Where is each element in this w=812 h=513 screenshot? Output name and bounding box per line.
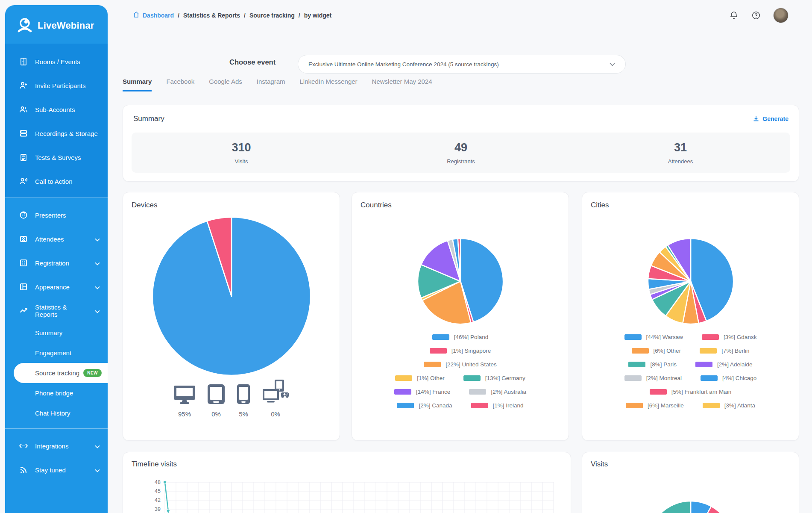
devices-card-title: Devices (132, 201, 157, 209)
legend-item-atlanta[interactable]: [3%] Atlanta (703, 402, 755, 409)
legend-item-gdansk[interactable]: [3%] Gdansk (702, 334, 756, 340)
sidebar-item-attendees[interactable]: Attendees (5, 227, 108, 251)
sidebar-item-label: Appearance (35, 283, 70, 291)
event-select[interactable]: Exclusive Ultimate Online Marketing Conf… (298, 55, 626, 74)
stat-value: 310 (132, 141, 351, 154)
legend-item-poland[interactable]: [46%] Poland (432, 334, 488, 340)
svg-text:48: 48 (155, 479, 161, 485)
legend-swatch (650, 389, 667, 395)
sidebar-item-label: Rooms / Events (35, 58, 80, 65)
summary-card: Summary Generate 310 Visits 49 Registran… (123, 105, 799, 182)
sidebar-item-label: Integrations (35, 442, 68, 450)
legend-item-frankfurt[interactable]: [5%] Frankfurt am Main (650, 389, 731, 395)
sidebar-item-sub-accounts[interactable]: Sub-Accounts (5, 97, 108, 121)
legend-swatch (702, 334, 719, 340)
bell-icon[interactable] (729, 10, 739, 21)
legend-item-paris[interactable]: [8%] Paris (628, 361, 677, 368)
legend-item-australia[interactable]: [2%] Australia (469, 389, 526, 395)
visits-pie-chart[interactable] (648, 501, 733, 513)
sidebar-item-appearance[interactable]: Appearance (5, 275, 108, 299)
legend-swatch (397, 403, 414, 408)
badge-icon (19, 234, 28, 244)
legend-item-berlin[interactable]: [7%] Berlin (700, 348, 749, 354)
tab-facebook[interactable]: Facebook (166, 78, 194, 91)
legend-item-chicago[interactable]: [4%] Chicago (701, 375, 756, 381)
legend-item-france[interactable]: [14%] France (394, 389, 450, 395)
legend-swatch (632, 348, 649, 354)
countries-legend: [46%] Poland [1%] Singapore [22%] United… (352, 330, 569, 412)
sidebar-item-label: Tests & Surveys (35, 154, 81, 161)
tab-newsletter-may-2024[interactable]: Newsletter May 2024 (372, 78, 432, 91)
devices-pie-chart[interactable] (152, 217, 311, 377)
app-logo[interactable]: LiveWebinar (5, 5, 108, 34)
legend-item-germany[interactable]: [13%] Germany (463, 375, 525, 381)
sidebar-subitem-phone-bridge[interactable]: Phone bridge (5, 383, 108, 403)
sidebar-item-tests-surveys[interactable]: Tests & Surveys (5, 145, 108, 169)
sidebar-item-invite-participants[interactable]: Invite Participants (5, 74, 108, 97)
legend-item-adelaide[interactable]: [2%] Adelaide (695, 361, 753, 368)
timeline-line-chart[interactable]: 4845423936 (132, 476, 563, 513)
face-icon (19, 210, 28, 220)
sidebar-item-presenters[interactable]: Presenters (5, 203, 108, 227)
legend-item-canada[interactable]: [2%] Canada (397, 402, 452, 409)
legend-swatch (471, 403, 488, 408)
sidebar-item-label: Sub-Accounts (35, 106, 75, 113)
device-phone: 5% (237, 384, 250, 418)
sidebar-item-label: Statistics & Reports (35, 304, 88, 318)
legend-swatch (701, 375, 718, 381)
stat-value: 49 (351, 141, 571, 154)
legend-item-other[interactable]: [1%] Other (395, 375, 445, 381)
device-pct: 0% (211, 410, 221, 418)
sidebar-item-stay-tuned[interactable]: Stay tuned (5, 458, 108, 482)
sidebar-item-recordings-storage[interactable]: Recordings & Storage (5, 121, 108, 145)
sidebar-subitem-source-tracking[interactable]: Source tracking NEW (14, 363, 108, 383)
legend-item-marseille[interactable]: [6%] Marseille (626, 402, 684, 409)
summary-stats-bar: 310 Visits 49 Registrants 31 Attendees (132, 133, 790, 173)
generate-button[interactable]: Generate (753, 115, 789, 123)
sidebar-group-bottom: Integrations Stay tuned (5, 429, 108, 487)
legend-item-warsaw[interactable]: [44%] Warsaw (624, 334, 683, 340)
tab-linkedin-messenger[interactable]: LinkedIn Messenger (300, 78, 358, 91)
avatar[interactable] (773, 8, 789, 23)
tab-summary[interactable]: Summary (123, 78, 152, 91)
tab-instagram[interactable]: Instagram (257, 78, 285, 91)
announce-icon (19, 177, 28, 186)
other-devices-icon (262, 380, 289, 406)
breadcrumb-statistics-reports[interactable]: Statistics & Reports (183, 12, 240, 19)
stat-label: Visits (132, 158, 351, 165)
sidebar-item-statistics-reports[interactable]: Statistics & Reports (5, 299, 108, 323)
chevron-down-icon (95, 236, 100, 243)
tablet-icon (207, 384, 225, 406)
legend-swatch (695, 362, 712, 367)
countries-pie-chart[interactable] (418, 239, 503, 326)
breadcrumb-dashboard[interactable]: Dashboard (133, 11, 174, 19)
sidebar-item-label: Presenters (35, 212, 66, 219)
legend-item-montreal[interactable]: [2%] Montreal (624, 375, 682, 381)
legend-swatch (624, 334, 642, 340)
sidebar-item-rooms-events[interactable]: Rooms / Events (5, 50, 108, 74)
help-icon[interactable] (751, 10, 761, 21)
legend-swatch (703, 403, 720, 408)
app-name: LiveWebinar (38, 20, 94, 31)
sidebar-subitem-chat-history[interactable]: Chat History (5, 403, 108, 423)
summary-card-title: Summary (133, 115, 164, 123)
sidebar-subitem-engagement[interactable]: Engagement (5, 343, 108, 363)
legend-swatch (469, 389, 486, 395)
breadcrumb-source-tracking[interactable]: Source tracking (249, 12, 295, 19)
sidebar-item-label: Recordings & Storage (35, 130, 98, 137)
sidebar-item-registration[interactable]: Registration (5, 251, 108, 275)
sidebar-item-call-to-action[interactable]: Call to Action (5, 169, 108, 193)
legend-item-united-states[interactable]: [22%] United States (424, 361, 496, 368)
stat-registrants: 49 Registrants (351, 141, 571, 165)
legend-item-ireland[interactable]: [1%] Ireland (471, 402, 524, 409)
sidebar-subitem-summary[interactable]: Summary (5, 323, 108, 343)
cities-pie-chart[interactable] (648, 239, 733, 326)
chevron-down-icon (95, 283, 100, 291)
countries-card: Countries [46%] Poland [1%] Singapore [2… (352, 192, 569, 441)
legend-item-singapore[interactable]: [1%] Singapore (430, 348, 491, 354)
legend-item-other-city[interactable]: [6%] Other (632, 348, 681, 354)
chevron-down-icon (95, 259, 100, 267)
sidebar-item-label: Attendees (35, 236, 64, 243)
tab-google-ads[interactable]: Google Ads (209, 78, 242, 91)
sidebar-item-integrations[interactable]: Integrations (5, 434, 108, 458)
